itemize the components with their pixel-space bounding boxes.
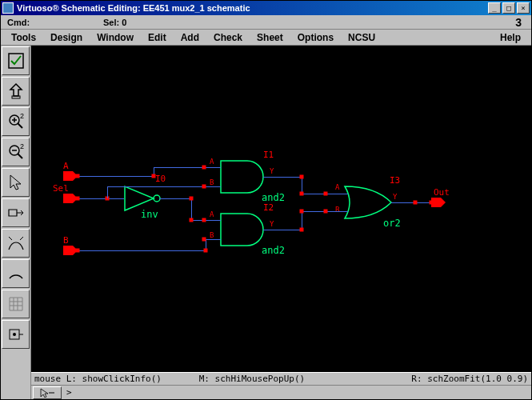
pin-out-label: Out [434, 187, 450, 198]
pin-a-label: A [63, 161, 69, 171]
maximize-button[interactable]: □ [502, 2, 515, 14]
dot-grid [31, 46, 531, 372]
i1-port-y: Y [270, 167, 274, 175]
svg-text:2: 2 [20, 112, 24, 120]
inst-i3-name: I3 [390, 175, 400, 186]
save-tool[interactable] [2, 77, 30, 106]
app-window: Virtuoso® Schematic Editing: EE451 mux2_… [0, 0, 532, 400]
menu-design[interactable]: Design [43, 31, 90, 44]
main-area: 2 2 A Sel [1, 46, 531, 399]
status-right: R: schZoomFit(1.0 0.9) [363, 374, 528, 384]
menu-help[interactable]: Help [493, 31, 528, 44]
stretch-icon [6, 203, 26, 222]
check-tool[interactable] [2, 46, 30, 75]
menu-bar: Tools Design Window Edit Add Check Sheet… [1, 30, 531, 46]
menu-sheet[interactable]: Sheet [250, 31, 290, 44]
status-left: mouse L: showClickInfo() [34, 374, 199, 384]
prompt-text[interactable]: > [63, 387, 72, 398]
cursor-icon [39, 388, 55, 398]
minimize-button[interactable]: _ [488, 2, 501, 14]
menu-add[interactable]: Add [174, 31, 206, 44]
grid-tool[interactable] [2, 290, 30, 318]
select-tool[interactable] [2, 168, 30, 197]
gate-and-2[interactable] [219, 212, 275, 250]
inst-i1-type: and2 [262, 192, 285, 203]
command-bar: Cmd: Sel: 0 3 [1, 15, 531, 30]
grid-icon [6, 294, 26, 314]
svg-marker-12 [431, 198, 446, 207]
pin-out[interactable] [431, 198, 447, 210]
sel-label: Sel: 0 [103, 18, 515, 27]
cmd-label: Cmd: [7, 18, 103, 27]
i2-port-y: Y [270, 220, 274, 228]
zoom-in-icon: 2 [6, 112, 26, 131]
window-title: Virtuoso® Schematic Editing: EE451 mux2_… [17, 3, 486, 13]
inst-i3-type: or2 [383, 218, 401, 229]
pin-b-label: B [63, 235, 69, 246]
gate-or[interactable] [343, 185, 403, 222]
left-toolbar: 2 2 [1, 46, 31, 399]
i3-port-y: Y [393, 193, 397, 201]
canvas-wrap: A Sel B I0 inv I1 [31, 46, 531, 399]
inst-i0-name: I0 [155, 174, 166, 184]
app-icon [2, 2, 14, 14]
inst-i2-type: and2 [262, 245, 285, 256]
probe-tool[interactable] [2, 320, 30, 349]
zoom-out-icon: 2 [6, 142, 26, 162]
menu-options[interactable]: Options [290, 31, 341, 44]
arc-tool[interactable] [2, 259, 30, 288]
svg-text:2: 2 [20, 142, 24, 150]
zoom-in-tool[interactable]: 2 [2, 107, 30, 136]
check-icon [6, 51, 26, 70]
arc-icon [6, 264, 26, 283]
menu-ncsu[interactable]: NCSU [341, 31, 382, 44]
status-mid: M: schHiMousePopUp() [199, 374, 364, 384]
menu-tools[interactable]: Tools [4, 31, 43, 44]
i1-port-b: B [210, 178, 214, 186]
i2-port-a: A [210, 210, 214, 218]
count-label: 3 [515, 16, 522, 29]
save-icon [6, 82, 26, 101]
inst-i0-type: inv [141, 209, 158, 220]
svg-point-7 [13, 333, 16, 336]
prompt-icon[interactable] [33, 386, 62, 399]
wire-tool[interactable] [2, 229, 30, 258]
i3-port-b: B [335, 206, 339, 214]
inst-i1-name: I1 [263, 150, 274, 160]
prompt-bar: > [31, 385, 531, 399]
menu-edit[interactable]: Edit [141, 31, 174, 44]
probe-icon [6, 325, 26, 344]
inst-i2-name: I2 [263, 202, 274, 213]
i1-port-a: A [210, 158, 214, 166]
stretch-tool[interactable] [2, 198, 30, 227]
menu-window[interactable]: Window [90, 31, 141, 44]
menu-check[interactable]: Check [206, 31, 250, 44]
title-bar: Virtuoso® Schematic Editing: EE451 mux2_… [1, 1, 531, 15]
gate-and-1[interactable] [219, 159, 275, 197]
wire-icon [6, 234, 26, 253]
status-bar: mouse L: showClickInfo() M: schHiMousePo… [31, 372, 531, 385]
svg-rect-1 [12, 96, 20, 98]
schematic-canvas[interactable]: A Sel B I0 inv I1 [31, 46, 531, 372]
pin-sel-label: Sel [53, 183, 69, 194]
i2-port-b: B [210, 231, 214, 239]
select-icon [6, 173, 26, 192]
close-button[interactable]: × [517, 2, 530, 14]
i3-port-a: A [335, 183, 339, 191]
zoom-out-tool[interactable]: 2 [2, 138, 30, 166]
